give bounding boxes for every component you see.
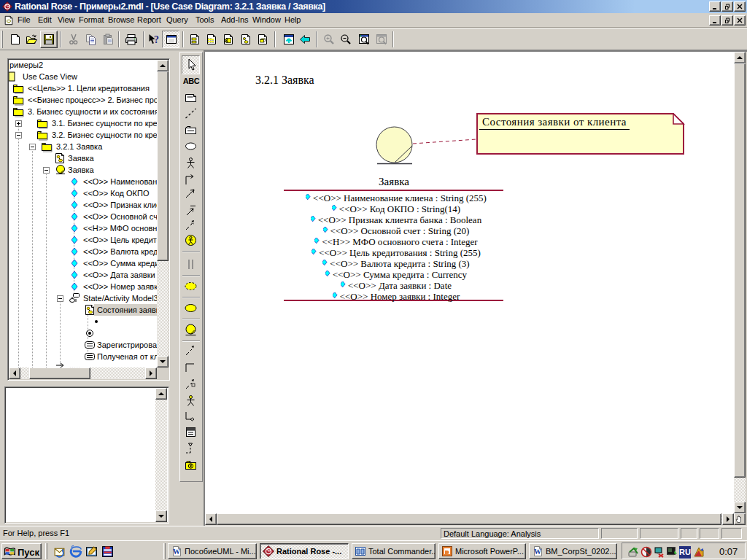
svg-text:?: ? <box>154 34 159 45</box>
